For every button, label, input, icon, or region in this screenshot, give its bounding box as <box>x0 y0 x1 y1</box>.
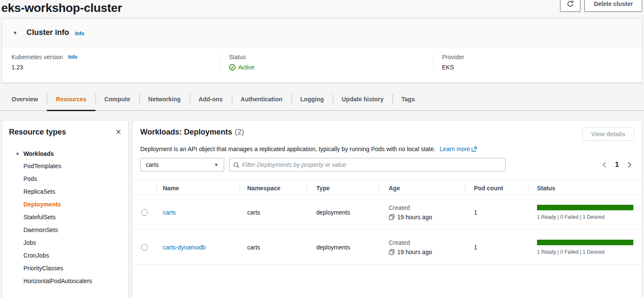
sidebar-item-replicasets[interactable]: ReplicaSets <box>2 185 128 198</box>
page-title: eks-workshop-cluster <box>1 0 122 16</box>
cell-age: Created 19 hours ago <box>379 203 465 222</box>
cell-namespace: carts <box>240 209 307 216</box>
delete-cluster-button[interactable]: Delete cluster <box>584 0 642 12</box>
tab-tags[interactable]: Tags <box>393 88 424 111</box>
close-icon[interactable]: ✕ <box>116 129 121 136</box>
selection-column-header <box>133 181 156 195</box>
table-row: carts carts deployments Created 19 hours… <box>133 195 642 230</box>
cell-status: 1 Ready | 0 Failed | 1 Desired <box>528 205 642 220</box>
column-header-status[interactable]: Status <box>528 181 642 195</box>
tab-logging[interactable]: Logging <box>292 88 333 111</box>
copy-icon[interactable] <box>389 214 395 220</box>
row-radio-button[interactable] <box>141 244 148 251</box>
cluster-tabs: Overview Resources Compute Networking Ad… <box>0 88 644 111</box>
resource-types-title: Resource types <box>9 128 66 137</box>
sidebar-item-priorityclasses[interactable]: PriorityClasses <box>2 262 128 275</box>
tab-networking[interactable]: Networking <box>139 88 190 111</box>
refresh-icon <box>566 0 574 8</box>
sidebar-item-deployments[interactable]: Deployments <box>2 198 128 211</box>
sidebar-item-pods[interactable]: Pods <box>2 172 128 185</box>
status-label: Status <box>229 54 246 60</box>
provider-field: Provider EKS <box>433 54 642 71</box>
page-header: eks-workshop-cluster Delete cluster <box>0 0 644 16</box>
search-filter[interactable] <box>229 158 505 172</box>
deployment-name-link[interactable]: carts <box>163 209 176 216</box>
tab-compute[interactable]: Compute <box>95 88 139 111</box>
cell-type: deployments <box>307 244 379 251</box>
deployment-name-link[interactable]: carts-dynamodb <box>163 244 205 251</box>
resource-types-panel: Resource types ✕ ▼ Workloads PodTemplate… <box>2 120 129 298</box>
filter-dropdown[interactable]: carts ▼ <box>140 158 224 172</box>
status-progress-bar <box>537 240 633 245</box>
column-header-namespace[interactable]: Namespace <box>240 181 307 195</box>
deployments-panel: Workloads: Deployments(2) View details D… <box>132 120 642 298</box>
pagination: 1 <box>601 161 634 169</box>
kubernetes-version-label: Kubernetes version <box>12 54 63 60</box>
external-link-icon <box>471 146 477 152</box>
cell-pod-count: 1 <box>465 209 528 216</box>
deployments-description: Deployment is an API object that manages… <box>133 146 642 152</box>
resources-panels: Resource types ✕ ▼ Workloads PodTemplate… <box>0 120 644 298</box>
table-row: carts-dynamodb carts deployments Created… <box>133 230 642 265</box>
tab-resources[interactable]: Resources <box>47 88 95 111</box>
view-details-button[interactable]: View details <box>582 127 634 141</box>
status-progress-bar <box>537 205 633 210</box>
kubernetes-version-label-row: Kubernetes version Info <box>12 54 220 60</box>
status-active-check-icon <box>229 64 236 71</box>
current-page[interactable]: 1 <box>615 161 619 169</box>
previous-page-icon[interactable] <box>601 161 607 168</box>
deployments-table: Name Namespace Type Age Pod count Status… <box>133 181 642 265</box>
status-summary: 1 Ready | 0 Failed | 1 Desired <box>537 249 633 255</box>
kubernetes-version-value: 1.23 <box>12 64 220 71</box>
copy-icon[interactable] <box>389 249 395 255</box>
resource-type-list: PodTemplates Pods ReplicaSets Deployment… <box>2 160 128 287</box>
kubernetes-version-info-link[interactable]: Info <box>68 54 78 60</box>
learn-more-link[interactable]: Learn more <box>440 146 477 152</box>
sidebar-item-horizontalpodautoscalers[interactable]: HorizontalPodAutoscalers <box>2 275 128 287</box>
status-summary: 1 Ready | 0 Failed | 1 Desired <box>537 214 633 220</box>
provider-label: Provider <box>442 54 464 60</box>
next-page-icon[interactable] <box>627 161 632 168</box>
sidebar-item-podtemplates[interactable]: PodTemplates <box>2 160 128 172</box>
sidebar-item-daemonsets[interactable]: DaemonSets <box>2 224 128 236</box>
kubernetes-version-field: Kubernetes version Info 1.23 <box>2 54 220 71</box>
status-field: Status Active <box>220 54 433 71</box>
eks-cluster-page: eks-workshop-cluster Delete cluster ▼ Cl… <box>0 0 644 298</box>
cell-namespace: carts <box>240 244 307 251</box>
row-radio-button[interactable] <box>141 209 148 216</box>
filter-row: carts ▼ 1 <box>133 158 642 172</box>
collapse-triangle-icon[interactable]: ▼ <box>13 30 17 35</box>
cluster-info-title: Cluster info <box>26 28 69 37</box>
status-value: Active <box>229 64 433 71</box>
column-header-type[interactable]: Type <box>307 181 379 195</box>
sidebar-item-statefulsets[interactable]: StatefulSets <box>2 211 128 224</box>
cluster-info-header[interactable]: ▼ Cluster info Info <box>2 19 642 47</box>
chevron-down-icon: ▼ <box>214 162 219 167</box>
tab-add-ons[interactable]: Add-ons <box>190 88 232 111</box>
table-header-row: Name Namespace Type Age Pod count Status <box>133 181 642 195</box>
deployments-count: (2) <box>235 128 244 136</box>
tab-authentication[interactable]: Authentication <box>232 88 292 111</box>
filter-dropdown-value: carts <box>146 161 159 168</box>
workloads-expand-triangle-icon[interactable]: ▼ <box>15 152 20 156</box>
cluster-info-body: Kubernetes version Info 1.23 Status Acti… <box>2 47 642 83</box>
cell-type: deployments <box>307 209 379 216</box>
refresh-button[interactable] <box>560 0 580 12</box>
cell-status: 1 Ready | 0 Failed | 1 Desired <box>528 240 642 255</box>
cell-age: Created 19 hours ago <box>379 238 465 257</box>
column-header-pod-count[interactable]: Pod count <box>465 181 528 195</box>
column-header-name[interactable]: Name <box>156 181 240 195</box>
sidebar-item-cronjobs[interactable]: CronJobs <box>2 249 128 262</box>
cell-pod-count: 1 <box>465 244 528 251</box>
header-actions: Delete cluster <box>560 0 642 12</box>
deployments-title: Workloads: Deployments(2) <box>140 128 244 137</box>
cluster-info-info-link[interactable]: Info <box>75 31 84 37</box>
provider-value: EKS <box>442 64 642 71</box>
sidebar-item-jobs[interactable]: Jobs <box>2 236 128 249</box>
search-input[interactable] <box>242 161 502 168</box>
sidebar-group-workloads[interactable]: ▼ Workloads <box>2 150 128 157</box>
column-header-age[interactable]: Age <box>379 181 465 195</box>
tab-overview[interactable]: Overview <box>3 88 47 111</box>
search-icon <box>233 162 240 168</box>
tab-update-history[interactable]: Update history <box>333 88 393 111</box>
